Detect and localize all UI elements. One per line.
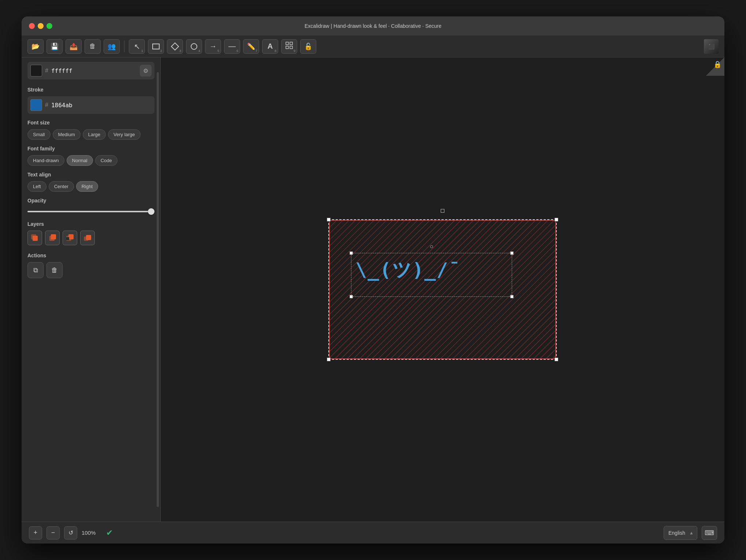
tool-number: 5 <box>217 49 219 53</box>
handle-tr-outer[interactable] <box>555 218 558 221</box>
text-tool[interactable]: A 8 <box>262 39 278 54</box>
background-color-input[interactable]: ffffff <box>51 67 137 74</box>
align-center[interactable]: Center <box>49 181 74 192</box>
cursor-icon: ↖ <box>134 42 140 51</box>
app-window: Excalidraw | Hand-drawn look & feel · Co… <box>22 16 724 544</box>
hash-sign: # <box>45 67 48 74</box>
svg-rect-2 <box>286 46 288 49</box>
titlebar: Excalidraw | Hand-drawn look & feel · Co… <box>22 16 724 36</box>
keyboard-button[interactable]: ⌨ <box>702 526 717 540</box>
tool-number: 7 <box>255 49 257 53</box>
shield-icon: ✔ <box>106 528 113 538</box>
text-align-group: Left Center Right <box>27 181 154 192</box>
circle-icon <box>191 43 197 50</box>
delete-action-button[interactable]: 🗑 <box>46 262 63 278</box>
shield-button[interactable]: ✔ <box>104 527 115 539</box>
language-select[interactable]: English <box>664 526 697 540</box>
svg-rect-10 <box>66 237 69 240</box>
text-handle-bl[interactable] <box>350 295 353 298</box>
color-settings-button[interactable]: ⚙ <box>140 65 152 76</box>
corner-decoration: ⬛ <box>704 39 719 54</box>
text-align-label: Text align <box>27 172 154 178</box>
send-to-back-button[interactable] <box>27 231 42 245</box>
line-tool[interactable]: — 6 <box>224 39 240 54</box>
font-code[interactable]: Code <box>95 155 118 166</box>
collab-button[interactable]: 👥 <box>104 39 120 54</box>
pencil-tool[interactable]: ✏️ 7 <box>243 39 259 54</box>
font-size-small[interactable]: Small <box>27 129 51 140</box>
traffic-lights <box>29 23 52 29</box>
app-body: # ffffff ⚙ Stroke # 1864ab Font size Sma… <box>22 57 724 522</box>
pencil-icon: ✏️ <box>247 42 255 51</box>
zoom-in-button[interactable]: + <box>29 526 42 540</box>
folder-icon: 📂 <box>31 42 40 51</box>
opacity-label: Opacity <box>27 198 154 204</box>
rectangle-tool[interactable]: 2 <box>148 39 164 54</box>
text-handle-tr[interactable] <box>510 251 514 255</box>
arrow-tool[interactable]: → 5 <box>205 39 221 54</box>
diamond-tool[interactable]: 3 <box>167 39 183 54</box>
sidebar-scrollbar[interactable] <box>157 72 159 507</box>
handle-bl-outer[interactable] <box>327 358 331 361</box>
tool-number: 1 <box>141 49 143 53</box>
duplicate-icon: ⧉ <box>33 266 38 274</box>
corner-fold: 🔒 <box>706 57 724 76</box>
bring-to-front-button[interactable] <box>80 231 95 245</box>
close-button[interactable] <box>29 23 35 29</box>
toolbar-sep <box>124 41 124 52</box>
handle-tl-outer[interactable] <box>327 218 331 221</box>
layers-label: Layers <box>27 221 154 227</box>
canvas-area[interactable]: \_(ツ)_/¯ 🔒 <box>161 57 724 522</box>
stroke-color-swatch[interactable] <box>30 99 42 111</box>
text-handle-br[interactable] <box>510 295 514 298</box>
bring-forward-button[interactable] <box>63 231 77 245</box>
font-size-medium[interactable]: Medium <box>53 129 81 140</box>
rect-icon <box>152 44 160 49</box>
save-icon: 💾 <box>51 42 59 51</box>
apps-tool[interactable]: 9 <box>281 39 297 54</box>
send-backward-button[interactable] <box>45 231 60 245</box>
reset-icon: ↺ <box>68 529 73 536</box>
delete-button[interactable]: 🗑 <box>85 39 101 54</box>
main-toolbar: 📂 💾 📤 🗑 👥 ↖ 1 2 3 4 <box>22 36 724 57</box>
save-button[interactable]: 💾 <box>46 39 63 54</box>
canvas-content: \_(ツ)_/¯ <box>161 57 724 522</box>
handle-br-outer[interactable] <box>555 358 558 361</box>
svg-rect-1 <box>290 42 292 45</box>
actions-label: Actions <box>27 253 154 258</box>
lock-tool[interactable]: 🔓 <box>300 39 316 54</box>
export-button[interactable]: 📤 <box>66 39 82 54</box>
svg-rect-3 <box>290 46 292 49</box>
duplicate-button[interactable]: ⧉ <box>27 262 44 278</box>
stroke-color-input[interactable]: 1864ab <box>51 102 152 109</box>
opacity-slider[interactable] <box>27 211 154 212</box>
align-right[interactable]: Right <box>76 181 98 192</box>
maximize-button[interactable] <box>46 23 52 29</box>
text-handle-tl[interactable] <box>350 251 353 255</box>
font-hand-drawn[interactable]: Hand-drawn <box>27 155 64 166</box>
zoom-out-button[interactable]: − <box>46 526 60 540</box>
text-icon: A <box>268 42 273 51</box>
text-rotation-handle[interactable] <box>430 245 433 248</box>
line-icon: — <box>228 42 236 51</box>
font-size-large[interactable]: Large <box>83 129 106 140</box>
kaomoji-text: \_(ツ)_/¯ <box>355 257 461 283</box>
tool-number: 9 <box>294 49 295 53</box>
people-icon: 👥 <box>108 42 116 51</box>
open-file-button[interactable]: 📂 <box>27 39 44 54</box>
minimize-button[interactable] <box>38 23 44 29</box>
window-title: Excalidraw | Hand-drawn look & feel · Co… <box>305 23 441 29</box>
zoom-reset-button[interactable]: ↺ <box>64 526 77 540</box>
align-left[interactable]: Left <box>27 181 46 192</box>
font-normal[interactable]: Normal <box>67 155 93 166</box>
font-size-very-large[interactable]: Very large <box>108 129 141 140</box>
tool-number: 8 <box>275 49 276 53</box>
plus-icon: + <box>34 529 38 537</box>
background-color-swatch[interactable] <box>30 65 42 76</box>
select-tool[interactable]: ↖ 1 <box>129 39 145 54</box>
sidebar: # ffffff ⚙ Stroke # 1864ab Font size Sma… <box>22 57 161 522</box>
ellipse-tool[interactable]: 4 <box>186 39 202 54</box>
gear-icon: ⚙ <box>143 67 148 74</box>
rotation-handle-outer[interactable] <box>441 209 444 213</box>
send-backward-icon <box>47 233 57 243</box>
